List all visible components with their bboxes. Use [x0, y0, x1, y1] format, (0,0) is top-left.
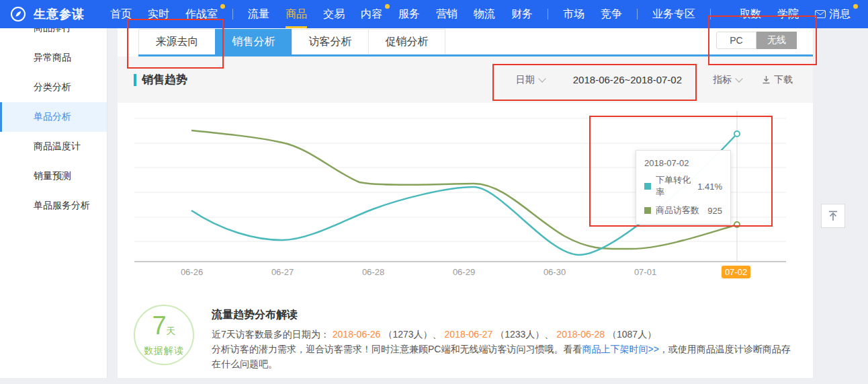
nav-menu-item-label: 业务专区 — [652, 7, 695, 22]
nav-menu-item[interactable]: 学院 — [769, 0, 807, 28]
date-dropdown-label: 日期 — [516, 74, 535, 86]
app-logo-icon[interactable] — [9, 5, 27, 23]
series-swatch-icon — [644, 207, 651, 214]
sidebar: 商品排行 异常商品 分类分析 单品分析 商品温度计 销量预测 单品服务分析 — [0, 28, 107, 378]
sidebar-item[interactable]: 商品温度计 — [0, 132, 107, 161]
nav-menu-item[interactable] — [232, 9, 233, 20]
nav-menu-item[interactable]: 交易 — [315, 0, 353, 28]
nav-menu-item[interactable] — [548, 9, 548, 20]
date-range-value[interactable]: 2018-06-26~2018-07-02 — [573, 74, 682, 85]
sidebar-item-label: 单品分析 — [34, 111, 71, 123]
insight-badge: 7天 数据解读 — [134, 305, 194, 365]
tab-label: 来源去向 — [156, 35, 199, 49]
main-content: 来源去向 销售分析 访客分析 促销分析 PC 无线 销售趋势 日期 2018-0 — [118, 28, 813, 378]
insight-badge-unit: 天 — [167, 325, 176, 336]
nav-menu-item-label: 取数 — [740, 7, 761, 22]
nav-menu-item[interactable]: 实时 — [140, 0, 177, 28]
x-axis-label[interactable]: 06-29 — [419, 267, 509, 277]
sidebar-item[interactable]: 单品分析 — [0, 102, 107, 132]
tab[interactable]: 销售分析 — [215, 29, 292, 54]
sidebar-item-label: 异常商品 — [34, 52, 71, 64]
metric-dropdown-label: 指标 — [713, 74, 732, 86]
nav-menu: 首页 实时 作战室 流量 商品 交易 内容 服务 营销 物流 财务 市场 竞争 — [102, 0, 718, 28]
x-axis-label-text: 06-29 — [453, 267, 475, 277]
back-to-top-button[interactable] — [821, 204, 845, 228]
panel-controls: 日期 2018-06-26~2018-07-02 指标 下载 — [516, 74, 793, 86]
messages-label: 消息 — [829, 7, 851, 22]
arrow-up-to-bar-icon — [826, 208, 840, 223]
tab[interactable]: 来源去向 — [138, 29, 216, 54]
nav-menu-item-label: 服务 — [398, 7, 420, 22]
nav-menu-item[interactable]: 内容 — [353, 0, 390, 28]
device-toggle-button[interactable]: 无线 — [756, 32, 797, 49]
tooltip-series-value: 925 — [701, 206, 722, 216]
x-axis-label[interactable]: 07-01 — [600, 267, 691, 277]
panel-title-text: 销售趋势 — [142, 72, 187, 87]
nav-menu-item-label: 实时 — [148, 7, 169, 22]
insight-text-segment: 商品上下架时间>> — [582, 344, 658, 354]
x-axis-label[interactable]: 06-30 — [509, 267, 600, 277]
tab-label: 访客分析 — [309, 35, 352, 49]
nav-right-group: 取数 学院 消息 — [732, 0, 859, 28]
insight-text-segment: （1233人）、 — [495, 329, 554, 340]
download-button[interactable]: 下载 — [762, 74, 793, 86]
x-axis-label-text: 06-27 — [271, 267, 294, 277]
sidebar-item[interactable]: 销量预测 — [0, 161, 107, 191]
panel-title: 销售趋势 — [134, 72, 187, 87]
insight-text-segment: 分析访客的潜力需求，迎合访客需求！同时注意兼顾PC端和无线端访客访问习惯哦。看看 — [212, 344, 582, 354]
insight-text-segment: （1273人）、 — [383, 329, 441, 340]
insight-text-segment: （1087人） — [607, 329, 656, 340]
nav-menu-item[interactable] — [637, 9, 638, 20]
insight-text-segment: 2018-06-28 — [556, 329, 605, 340]
x-axis-label[interactable]: 07-02 — [691, 267, 781, 277]
sales-trend-chart[interactable]: 06-26 06-27 06-28 06-29 06-30 07-01 07-0… — [118, 103, 813, 297]
sidebar-item[interactable]: 单品服务分析 — [0, 191, 107, 221]
sidebar-item[interactable]: 异常商品 — [0, 43, 107, 73]
nav-menu-item[interactable]: 服务 — [390, 0, 428, 28]
insight-line1: 近7天访客数最多的日期为：2018-06-26（1273人）、2018-06-2… — [212, 327, 797, 342]
sidebar-item[interactable]: 商品排行 — [0, 28, 107, 43]
insight-section: 7天 数据解读 流量趋势分布解读 近7天访客数最多的日期为：2018-06-26… — [118, 297, 813, 371]
nav-menu-item[interactable]: 商品 — [277, 0, 315, 28]
series-endpoint-conversion-rate — [734, 131, 740, 137]
nav-menu-item-label: 竞争 — [601, 7, 622, 22]
nav-menu-item[interactable]: 取数 — [732, 0, 769, 28]
messages-button[interactable]: 消息 — [807, 0, 859, 28]
series-endpoint-visitors — [734, 222, 740, 227]
x-axis-labels: 06-26 06-27 06-28 06-29 06-30 07-01 07-0… — [146, 267, 781, 277]
x-axis-label-text: 07-01 — [634, 267, 656, 277]
nav-menu-item[interactable]: 业务专区 — [644, 0, 703, 28]
nav-menu-item[interactable]: 物流 — [466, 0, 503, 28]
nav-menu-item[interactable]: 作战室 — [177, 0, 226, 28]
x-axis-label[interactable]: 06-28 — [328, 267, 419, 277]
sidebar-item[interactable]: 分类分析 — [0, 73, 107, 102]
tooltip-date: 2018-07-02 — [644, 158, 722, 168]
date-dropdown[interactable]: 日期 — [516, 74, 545, 86]
nav-menu-item[interactable]: 竞争 — [593, 0, 630, 28]
device-toggle-label: 无线 — [767, 34, 786, 46]
insight-text-segment: 2018-06-26 — [333, 329, 381, 340]
tooltip-series-label: 下单转化率 — [656, 174, 691, 198]
sidebar-item-label: 商品温度计 — [34, 141, 81, 153]
nav-menu-item-label: 内容 — [361, 7, 382, 22]
x-axis-label-text: 07-02 — [722, 266, 750, 278]
nav-menu-item[interactable] — [710, 9, 711, 20]
device-toggle-button[interactable]: PC — [716, 32, 756, 49]
nav-menu-item[interactable]: 市场 — [555, 0, 593, 28]
metric-dropdown[interactable]: 指标 — [713, 74, 742, 86]
nav-menu-item[interactable]: 财务 — [503, 0, 541, 28]
tab-bar: 来源去向 销售分析 访客分析 促销分析 PC 无线 — [118, 28, 813, 54]
nav-menu-item[interactable]: 首页 — [102, 0, 140, 28]
chevron-down-icon — [735, 75, 742, 82]
tab[interactable]: 促销分析 — [368, 29, 445, 54]
nav-right-menu: 取数 学院 — [732, 0, 807, 28]
panel-title-marker — [134, 74, 136, 86]
x-axis-label[interactable]: 06-27 — [237, 267, 328, 277]
x-axis-label[interactable]: 06-26 — [146, 267, 237, 277]
tab[interactable]: 访客分析 — [292, 29, 369, 54]
nav-menu-item[interactable]: 流量 — [240, 0, 277, 28]
tooltip-series-value: 1.41% — [691, 182, 722, 192]
nav-menu-item[interactable]: 营销 — [428, 0, 466, 28]
envelope-icon — [815, 10, 826, 18]
series-swatch-icon — [644, 183, 651, 190]
